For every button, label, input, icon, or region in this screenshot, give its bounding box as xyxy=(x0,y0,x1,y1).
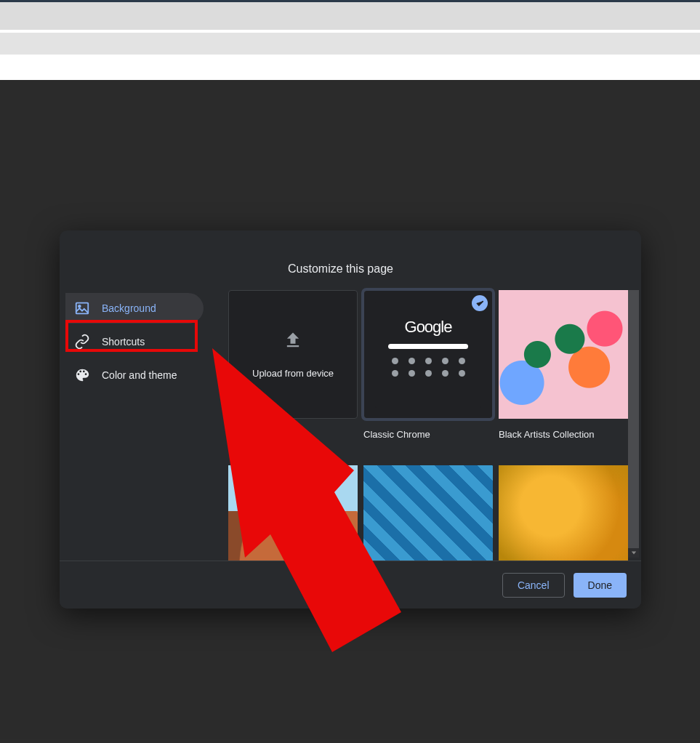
tile-collection[interactable] xyxy=(363,465,493,561)
customize-dialog: Customize this page Background Shortcuts… xyxy=(60,230,641,609)
sidebar-item-color-theme[interactable]: Color and theme xyxy=(65,360,204,390)
sidebar-item-label: Background xyxy=(102,302,156,314)
picture-icon xyxy=(74,300,90,316)
thumbnail-image xyxy=(499,290,628,419)
upload-icon xyxy=(283,330,303,350)
sidebar-item-label: Color and theme xyxy=(102,369,177,381)
palette-icon xyxy=(74,367,90,383)
sidebar-item-label: Shortcuts xyxy=(102,336,145,348)
dialog-footer: Cancel Done xyxy=(60,561,641,609)
sidebar-item-background[interactable]: Background xyxy=(65,293,204,324)
tile-label: Upload from device xyxy=(252,368,334,379)
link-icon xyxy=(74,334,90,350)
tile-upload[interactable]: Upload from device xyxy=(228,290,358,419)
sidebar-item-shortcuts[interactable]: Shortcuts xyxy=(65,326,204,357)
thumbnail-image xyxy=(363,465,493,561)
cancel-button[interactable]: Cancel xyxy=(502,573,565,598)
browser-chrome xyxy=(0,0,700,80)
scroll-down-icon[interactable] xyxy=(628,547,639,558)
scrollbar[interactable] xyxy=(628,290,639,558)
svg-point-1 xyxy=(79,305,81,308)
tile-collection[interactable] xyxy=(499,465,628,561)
tile-label: Black Artists Collection xyxy=(499,429,628,441)
thumbnail-image xyxy=(499,465,628,561)
tile-black-artists[interactable] xyxy=(499,290,628,419)
dialog-content: Upload from device Google xyxy=(228,230,641,561)
classic-chrome-preview: Google xyxy=(375,302,481,408)
done-button[interactable]: Done xyxy=(574,573,627,598)
dialog-sidebar: Background Shortcuts Color and theme xyxy=(60,230,228,561)
selected-check-icon xyxy=(472,295,488,311)
scrollbar-thumb[interactable] xyxy=(628,290,639,548)
thumbnail-image xyxy=(228,465,358,561)
tile-collection[interactable] xyxy=(228,465,358,561)
tile-classic-chrome[interactable]: Google xyxy=(363,290,493,419)
tile-label: Classic Chrome xyxy=(363,429,493,441)
